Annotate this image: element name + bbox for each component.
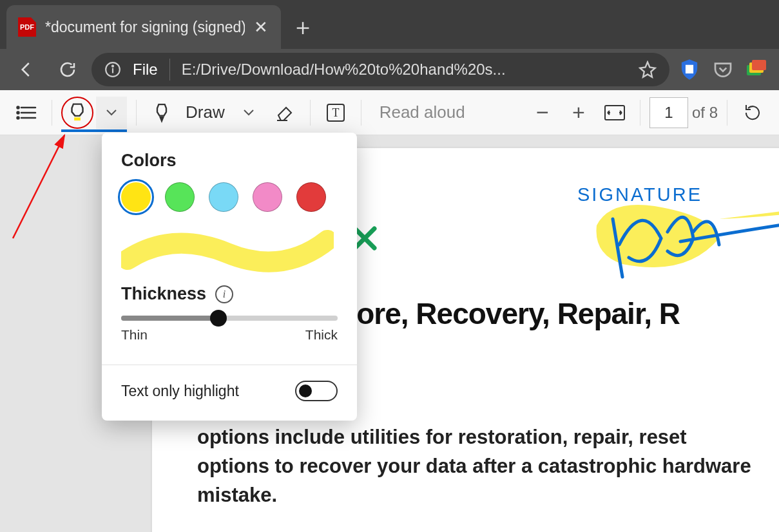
text-only-highlight-label: Text only highlight: [121, 383, 239, 400]
browser-tab[interactable]: PDF *document for signing (signed).p ✕: [6, 5, 281, 49]
slider-thumb[interactable]: [210, 310, 227, 327]
separator: [727, 100, 727, 126]
color-swatch-row: [121, 182, 338, 212]
reload-button[interactable]: [50, 54, 85, 85]
draw-options-dropdown[interactable]: [233, 97, 265, 129]
read-aloud-button[interactable]: Read aloud: [370, 102, 474, 122]
separator: [169, 59, 170, 81]
thickness-heading: Thickness: [121, 284, 206, 304]
favorite-star-icon[interactable]: [639, 61, 657, 79]
color-swatch-green[interactable]: [165, 182, 195, 212]
document-body-text: options include utilities for restoratio…: [197, 423, 751, 510]
folders-icon[interactable]: [743, 60, 770, 79]
separator: [310, 100, 311, 126]
slider-max-label: Thick: [305, 327, 338, 343]
close-tab-button[interactable]: ✕: [254, 17, 268, 37]
color-swatch-yellow[interactable]: [121, 182, 151, 212]
address-bar[interactable]: File E:/Drive/Download/How%20to%20hand%2…: [91, 53, 669, 86]
fit-width-button[interactable]: [599, 97, 631, 129]
address-scheme-label: File: [133, 61, 158, 79]
separator: [640, 100, 640, 126]
color-swatch-red[interactable]: [296, 182, 326, 212]
draw-button[interactable]: [146, 97, 178, 129]
address-path: E:/Drive/Download/How%20to%20hand%20s...: [182, 61, 627, 79]
pdf-file-icon: PDF: [18, 17, 36, 37]
tab-title: *document for signing (signed).p: [45, 19, 245, 36]
stroke-preview: [121, 227, 334, 272]
tab-strip: PDF *document for signing (signed).p ✕ ＋: [0, 0, 779, 49]
page-number-input[interactable]: [649, 97, 688, 128]
slider-min-label: Thin: [121, 327, 148, 343]
new-tab-button[interactable]: ＋: [281, 5, 325, 49]
highlight-tool-group: [61, 96, 127, 132]
separator: [52, 100, 52, 126]
draw-label: Draw: [186, 102, 225, 122]
svg-rect-13: [74, 117, 81, 120]
zoom-out-button[interactable]: −: [526, 97, 559, 129]
color-swatch-blue[interactable]: [209, 182, 238, 212]
pdf-toolbar: Draw T Read aloud − + of 8: [0, 90, 779, 135]
highlight-options-panel: Colors Thickness i Thin Thick Text only …: [102, 133, 357, 421]
svg-point-12: [17, 117, 19, 119]
address-bar-row: File E:/Drive/Download/How%20to%20hand%2…: [0, 49, 779, 90]
erase-button[interactable]: [269, 97, 301, 129]
colors-heading: Colors: [121, 151, 338, 171]
contents-button[interactable]: [10, 97, 43, 129]
svg-point-10: [17, 106, 19, 108]
color-swatch-pink[interactable]: [253, 182, 282, 212]
pocket-icon[interactable]: [709, 59, 736, 80]
highlight-button[interactable]: [61, 97, 93, 129]
thickness-slider[interactable]: [121, 316, 338, 321]
zoom-in-button[interactable]: +: [563, 97, 595, 129]
svg-point-11: [17, 111, 19, 113]
text-only-highlight-toggle[interactable]: [295, 381, 338, 401]
svg-text:T: T: [332, 106, 339, 119]
site-info-icon[interactable]: [104, 61, 121, 78]
signature-drawing: [584, 180, 779, 290]
page-count-label: of 8: [692, 104, 718, 122]
back-button[interactable]: [9, 54, 44, 85]
svg-point-2: [112, 66, 113, 67]
add-text-button[interactable]: T: [320, 97, 352, 129]
separator: [361, 100, 361, 126]
extension-shield-icon[interactable]: [676, 59, 703, 81]
svg-rect-3: [686, 65, 693, 73]
highlight-options-dropdown[interactable]: [96, 97, 127, 129]
separator: [136, 100, 137, 126]
info-icon[interactable]: i: [215, 285, 233, 303]
svg-rect-6: [752, 60, 766, 70]
rotate-button[interactable]: [736, 97, 769, 129]
